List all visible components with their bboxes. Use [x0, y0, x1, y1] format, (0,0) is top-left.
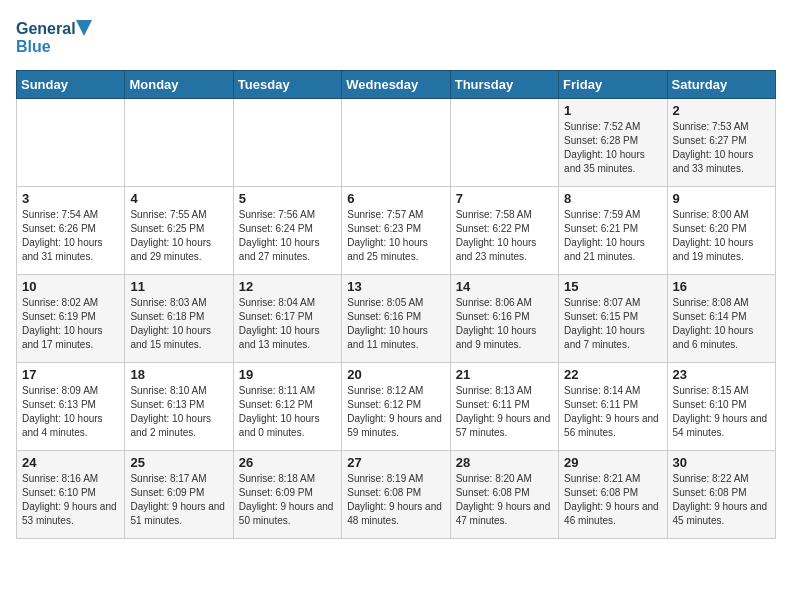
day-number: 28 [456, 455, 553, 470]
day-info: Sunrise: 8:02 AM Sunset: 6:19 PM Dayligh… [22, 296, 119, 352]
calendar-cell: 14Sunrise: 8:06 AM Sunset: 6:16 PM Dayli… [450, 275, 558, 363]
calendar-body: 1Sunrise: 7:52 AM Sunset: 6:28 PM Daylig… [17, 99, 776, 539]
calendar-week-1: 1Sunrise: 7:52 AM Sunset: 6:28 PM Daylig… [17, 99, 776, 187]
day-info: Sunrise: 8:06 AM Sunset: 6:16 PM Dayligh… [456, 296, 553, 352]
day-number: 6 [347, 191, 444, 206]
logo: GeneralBlue [16, 16, 96, 60]
calendar-week-2: 3Sunrise: 7:54 AM Sunset: 6:26 PM Daylig… [17, 187, 776, 275]
day-number: 16 [673, 279, 770, 294]
calendar-cell: 10Sunrise: 8:02 AM Sunset: 6:19 PM Dayli… [17, 275, 125, 363]
svg-text:Blue: Blue [16, 38, 51, 55]
day-info: Sunrise: 8:15 AM Sunset: 6:10 PM Dayligh… [673, 384, 770, 440]
day-number: 14 [456, 279, 553, 294]
day-number: 27 [347, 455, 444, 470]
svg-text:General: General [16, 20, 76, 37]
day-info: Sunrise: 8:12 AM Sunset: 6:12 PM Dayligh… [347, 384, 444, 440]
day-info: Sunrise: 8:07 AM Sunset: 6:15 PM Dayligh… [564, 296, 661, 352]
day-number: 9 [673, 191, 770, 206]
day-number: 5 [239, 191, 336, 206]
calendar-cell: 12Sunrise: 8:04 AM Sunset: 6:17 PM Dayli… [233, 275, 341, 363]
svg-marker-2 [76, 20, 92, 36]
calendar-cell [450, 99, 558, 187]
day-info: Sunrise: 8:14 AM Sunset: 6:11 PM Dayligh… [564, 384, 661, 440]
day-info: Sunrise: 8:13 AM Sunset: 6:11 PM Dayligh… [456, 384, 553, 440]
calendar-cell: 17Sunrise: 8:09 AM Sunset: 6:13 PM Dayli… [17, 363, 125, 451]
calendar-cell: 13Sunrise: 8:05 AM Sunset: 6:16 PM Dayli… [342, 275, 450, 363]
calendar-cell: 5Sunrise: 7:56 AM Sunset: 6:24 PM Daylig… [233, 187, 341, 275]
day-info: Sunrise: 8:16 AM Sunset: 6:10 PM Dayligh… [22, 472, 119, 528]
day-number: 11 [130, 279, 227, 294]
day-number: 15 [564, 279, 661, 294]
calendar-week-3: 10Sunrise: 8:02 AM Sunset: 6:19 PM Dayli… [17, 275, 776, 363]
day-number: 13 [347, 279, 444, 294]
day-number: 25 [130, 455, 227, 470]
day-info: Sunrise: 7:59 AM Sunset: 6:21 PM Dayligh… [564, 208, 661, 264]
calendar-cell: 3Sunrise: 7:54 AM Sunset: 6:26 PM Daylig… [17, 187, 125, 275]
day-number: 22 [564, 367, 661, 382]
calendar-cell: 4Sunrise: 7:55 AM Sunset: 6:25 PM Daylig… [125, 187, 233, 275]
header-cell-thursday: Thursday [450, 71, 558, 99]
calendar-cell: 9Sunrise: 8:00 AM Sunset: 6:20 PM Daylig… [667, 187, 775, 275]
header-cell-sunday: Sunday [17, 71, 125, 99]
day-info: Sunrise: 8:18 AM Sunset: 6:09 PM Dayligh… [239, 472, 336, 528]
calendar-cell: 26Sunrise: 8:18 AM Sunset: 6:09 PM Dayli… [233, 451, 341, 539]
day-info: Sunrise: 7:53 AM Sunset: 6:27 PM Dayligh… [673, 120, 770, 176]
day-info: Sunrise: 8:17 AM Sunset: 6:09 PM Dayligh… [130, 472, 227, 528]
calendar-cell: 16Sunrise: 8:08 AM Sunset: 6:14 PM Dayli… [667, 275, 775, 363]
calendar-cell: 1Sunrise: 7:52 AM Sunset: 6:28 PM Daylig… [559, 99, 667, 187]
calendar-cell: 18Sunrise: 8:10 AM Sunset: 6:13 PM Dayli… [125, 363, 233, 451]
day-info: Sunrise: 7:52 AM Sunset: 6:28 PM Dayligh… [564, 120, 661, 176]
day-info: Sunrise: 7:55 AM Sunset: 6:25 PM Dayligh… [130, 208, 227, 264]
logo-icon: GeneralBlue [16, 16, 96, 60]
day-number: 18 [130, 367, 227, 382]
calendar-cell: 28Sunrise: 8:20 AM Sunset: 6:08 PM Dayli… [450, 451, 558, 539]
header-cell-friday: Friday [559, 71, 667, 99]
calendar-cell [17, 99, 125, 187]
calendar-week-4: 17Sunrise: 8:09 AM Sunset: 6:13 PM Dayli… [17, 363, 776, 451]
day-number: 17 [22, 367, 119, 382]
day-info: Sunrise: 8:21 AM Sunset: 6:08 PM Dayligh… [564, 472, 661, 528]
day-info: Sunrise: 7:57 AM Sunset: 6:23 PM Dayligh… [347, 208, 444, 264]
day-info: Sunrise: 8:22 AM Sunset: 6:08 PM Dayligh… [673, 472, 770, 528]
day-number: 8 [564, 191, 661, 206]
day-info: Sunrise: 8:00 AM Sunset: 6:20 PM Dayligh… [673, 208, 770, 264]
calendar-cell: 15Sunrise: 8:07 AM Sunset: 6:15 PM Dayli… [559, 275, 667, 363]
day-info: Sunrise: 8:10 AM Sunset: 6:13 PM Dayligh… [130, 384, 227, 440]
day-number: 3 [22, 191, 119, 206]
header-cell-monday: Monday [125, 71, 233, 99]
day-info: Sunrise: 8:09 AM Sunset: 6:13 PM Dayligh… [22, 384, 119, 440]
day-number: 10 [22, 279, 119, 294]
calendar-cell: 25Sunrise: 8:17 AM Sunset: 6:09 PM Dayli… [125, 451, 233, 539]
calendar-cell [342, 99, 450, 187]
calendar-table: SundayMondayTuesdayWednesdayThursdayFrid… [16, 70, 776, 539]
day-info: Sunrise: 8:11 AM Sunset: 6:12 PM Dayligh… [239, 384, 336, 440]
day-number: 23 [673, 367, 770, 382]
header-cell-saturday: Saturday [667, 71, 775, 99]
day-number: 7 [456, 191, 553, 206]
calendar-cell: 19Sunrise: 8:11 AM Sunset: 6:12 PM Dayli… [233, 363, 341, 451]
day-number: 19 [239, 367, 336, 382]
day-info: Sunrise: 8:19 AM Sunset: 6:08 PM Dayligh… [347, 472, 444, 528]
calendar-header: SundayMondayTuesdayWednesdayThursdayFrid… [17, 71, 776, 99]
calendar-cell: 8Sunrise: 7:59 AM Sunset: 6:21 PM Daylig… [559, 187, 667, 275]
calendar-cell: 23Sunrise: 8:15 AM Sunset: 6:10 PM Dayli… [667, 363, 775, 451]
calendar-cell: 24Sunrise: 8:16 AM Sunset: 6:10 PM Dayli… [17, 451, 125, 539]
day-number: 24 [22, 455, 119, 470]
day-info: Sunrise: 7:58 AM Sunset: 6:22 PM Dayligh… [456, 208, 553, 264]
header-cell-wednesday: Wednesday [342, 71, 450, 99]
day-number: 12 [239, 279, 336, 294]
calendar-cell [125, 99, 233, 187]
calendar-cell: 30Sunrise: 8:22 AM Sunset: 6:08 PM Dayli… [667, 451, 775, 539]
day-number: 26 [239, 455, 336, 470]
header: GeneralBlue [16, 16, 776, 60]
calendar-cell: 6Sunrise: 7:57 AM Sunset: 6:23 PM Daylig… [342, 187, 450, 275]
calendar-cell: 27Sunrise: 8:19 AM Sunset: 6:08 PM Dayli… [342, 451, 450, 539]
day-number: 4 [130, 191, 227, 206]
day-info: Sunrise: 8:03 AM Sunset: 6:18 PM Dayligh… [130, 296, 227, 352]
day-info: Sunrise: 8:08 AM Sunset: 6:14 PM Dayligh… [673, 296, 770, 352]
header-row: SundayMondayTuesdayWednesdayThursdayFrid… [17, 71, 776, 99]
day-info: Sunrise: 7:56 AM Sunset: 6:24 PM Dayligh… [239, 208, 336, 264]
calendar-cell [233, 99, 341, 187]
day-number: 20 [347, 367, 444, 382]
day-info: Sunrise: 8:05 AM Sunset: 6:16 PM Dayligh… [347, 296, 444, 352]
